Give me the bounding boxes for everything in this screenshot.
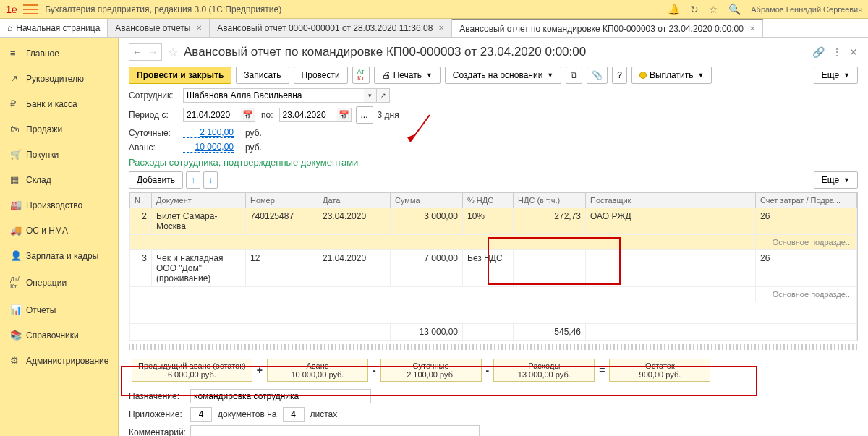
search-icon[interactable]: 🔍 — [728, 4, 741, 15]
person-icon: 👤 — [10, 250, 26, 261]
sidebar-item-production[interactable]: 🏭Производство — [0, 192, 118, 218]
period-to-field[interactable]: 📅 — [279, 108, 352, 122]
kebab-icon[interactable]: ⋮ — [832, 46, 842, 58]
sidebar-item-stock[interactable]: ▦Склад — [0, 167, 118, 192]
favorite-star-icon[interactable]: ☆ — [168, 46, 178, 59]
post-close-button[interactable]: Провести и закрыть — [129, 67, 231, 84]
minus-icon: - — [373, 364, 376, 376]
expenses-section-title: Расходы сотрудника, подтвержденные докум… — [129, 157, 858, 168]
tab-doc1[interactable]: Авансовый отчет 0000-000001 от 28.03.202… — [210, 19, 452, 37]
dtkt-button[interactable]: АтКт — [352, 67, 370, 84]
sidebar-item-assets[interactable]: 🚚ОС и НМА — [0, 218, 118, 243]
menu-icon: ≡ — [10, 48, 26, 59]
tab-reports[interactable]: Авансовые отчеты✕ — [108, 19, 210, 37]
bag-icon: 🛍 — [10, 124, 26, 134]
calendar-icon[interactable]: 📅 — [337, 108, 352, 122]
sidebar-item-main[interactable]: ≡Главное — [0, 40, 118, 66]
col-num[interactable]: Номер — [246, 193, 318, 208]
arrow-up-icon: ↑ — [191, 175, 195, 185]
col-vatpct[interactable]: % НДС — [463, 193, 514, 208]
col-n[interactable]: N — [130, 193, 152, 208]
sidebar-item-purchases[interactable]: 🛒Покупки — [0, 142, 118, 167]
more-button[interactable]: Еще▼ — [814, 67, 858, 84]
history-icon[interactable]: ↻ — [690, 4, 699, 15]
sidebar-item-catalogs[interactable]: 📚Справочники — [0, 322, 118, 348]
attach-button[interactable]: 📎 — [587, 67, 608, 84]
help-button[interactable]: ? — [612, 67, 627, 84]
period-from-input[interactable] — [183, 108, 241, 122]
col-acct[interactable]: Счет затрат / Подра... — [756, 193, 857, 208]
sidebar-item-sales[interactable]: 🛍Продажи — [0, 116, 118, 142]
grid-icon: ▦ — [10, 174, 26, 185]
employee-input[interactable] — [183, 88, 364, 103]
bell-icon[interactable]: 🔔 — [668, 4, 680, 15]
user-name[interactable]: Абрамов Геннадий Сергеевич — [751, 5, 862, 14]
add-row-button[interactable]: Добавить — [129, 171, 183, 189]
sidebar-item-admin[interactable]: ⚙Администрирование — [0, 348, 118, 373]
close-icon[interactable]: ✕ — [849, 46, 858, 58]
nav-back-button[interactable]: ← — [129, 44, 145, 60]
dtkt-icon: АтКт — [357, 69, 365, 82]
link-icon[interactable]: 🔗 — [812, 46, 825, 58]
star-icon[interactable]: ☆ — [709, 4, 718, 15]
employee-field[interactable]: ▾ ↗ — [183, 88, 390, 103]
dropdown-icon[interactable]: ▾ — [364, 88, 377, 103]
close-icon[interactable]: ✕ — [438, 24, 444, 32]
attach-count-input[interactable] — [190, 407, 212, 422]
equals-icon: = — [599, 364, 605, 376]
expand-icon[interactable]: ↗ — [377, 88, 390, 103]
sidebar-item-bank[interactable]: ₽Банк и касса — [0, 91, 118, 116]
purpose-input[interactable] — [190, 389, 371, 403]
arrow-down-icon: ↓ — [208, 175, 213, 185]
paperclip-icon: 📎 — [592, 70, 603, 80]
sidebar-item-reports[interactable]: 📊Отчеты — [0, 297, 118, 322]
tab-home[interactable]: ⌂Начальная страница — [0, 19, 108, 37]
col-sum[interactable]: Сумма — [391, 193, 463, 208]
table-row[interactable]: 2 Билет Самара-Москва 740125487 23.04.20… — [130, 208, 857, 235]
scrollbar[interactable] — [129, 344, 858, 350]
nav-forward-button[interactable]: → — [145, 44, 161, 60]
close-icon[interactable]: ✕ — [749, 25, 755, 33]
advance-value[interactable]: 10 000,00 — [183, 142, 234, 153]
period-from-field[interactable]: 📅 — [183, 108, 255, 122]
move-up-button[interactable]: ↑ — [186, 171, 200, 189]
arrow-icon: ↗ — [10, 73, 26, 84]
print-button[interactable]: 🖨Печать▼ — [374, 67, 441, 84]
comment-input[interactable] — [190, 425, 480, 436]
move-down-button[interactable]: ↓ — [203, 171, 218, 189]
employee-label: Сотрудник: — [129, 90, 183, 101]
table-row[interactable]: 3 Чек и накладная ООО "Дом" (проживание)… — [130, 250, 857, 287]
table-row-sub[interactable]: Основное подразде... — [130, 287, 857, 302]
sidebar-item-manager[interactable]: ↗Руководителю — [0, 66, 118, 91]
table-row-sub[interactable]: Основное подразде... — [130, 235, 857, 250]
ruble-icon: ₽ — [10, 98, 26, 109]
col-vendor[interactable]: Поставщик — [586, 193, 756, 208]
period-to-input[interactable] — [279, 108, 337, 122]
perdiem-value[interactable]: 2 100,00 — [183, 127, 234, 138]
col-date[interactable]: Дата — [318, 193, 391, 208]
factory-icon: 🏭 — [10, 200, 26, 210]
post-button[interactable]: Провести — [294, 67, 348, 84]
tabs-bar: ⌂Начальная страница Авансовые отчеты✕ Ав… — [0, 19, 868, 38]
topbar: 1℮ Бухгалтерия предприятия, редакция 3.0… — [0, 0, 868, 19]
col-vat[interactable]: НДС (в т.ч.) — [514, 193, 586, 208]
ellipsis-button[interactable]: ... — [356, 106, 373, 124]
close-icon[interactable]: ✕ — [196, 24, 202, 32]
sidebar-item-operations[interactable]: Дт/КтОперации — [0, 268, 118, 297]
totals-row: 13 000,00 545,46 — [130, 324, 857, 341]
hamburger-icon[interactable] — [23, 4, 38, 14]
attach-pages-input[interactable] — [283, 407, 305, 422]
sidebar-item-salary[interactable]: 👤Зарплата и кадры — [0, 243, 118, 268]
create-based-button[interactable]: Создать на основании▼ — [445, 67, 561, 84]
structure-button[interactable]: ⧉ — [566, 67, 582, 84]
table-more-button[interactable]: Еще▼ — [814, 171, 858, 189]
summary-expenses: Расходы13 000,00 руб. — [493, 359, 595, 382]
period-from-label: Период с: — [129, 110, 183, 120]
pay-button[interactable]: Выплатить▼ — [631, 67, 712, 84]
save-button[interactable]: Записать — [236, 67, 289, 84]
app-title: Бухгалтерия предприятия, редакция 3.0 (1… — [45, 4, 281, 14]
calendar-icon[interactable]: 📅 — [241, 108, 255, 122]
books-icon: 📚 — [10, 330, 26, 341]
tab-doc2[interactable]: Авансовый отчет по командировке КП00-000… — [452, 19, 763, 37]
col-doc[interactable]: Документ — [152, 193, 246, 208]
